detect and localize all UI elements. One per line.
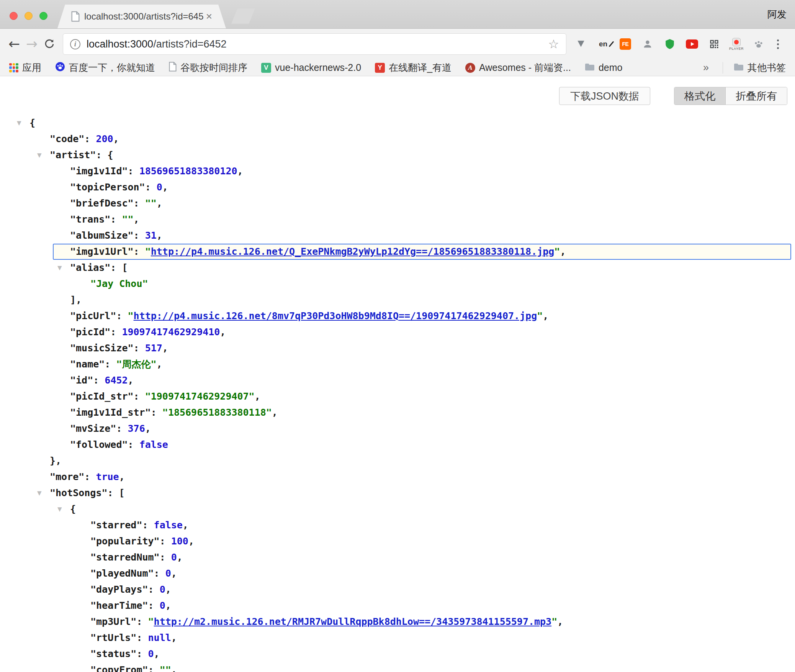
bookmark-google-sort[interactable]: 谷歌按时间排序 bbox=[169, 61, 247, 74]
json-punctuation: : bbox=[128, 166, 139, 177]
fehelper-extension-icon[interactable]: FE bbox=[618, 36, 632, 52]
bookmark-label: vue-hackernews-2.0 bbox=[275, 62, 361, 73]
collapse-toggle-icon[interactable]: ▼ bbox=[57, 501, 62, 517]
json-punctuation: , bbox=[560, 246, 566, 257]
folder-icon bbox=[734, 62, 744, 73]
json-line: "id": 6452, bbox=[0, 372, 795, 388]
browser-toolbar: ← → i localhost:3000/artists?id=6452 ☆ e… bbox=[0, 29, 795, 59]
bookmark-label: demo bbox=[599, 62, 623, 73]
url-text[interactable]: localhost:3000/artists?id=6452 bbox=[87, 38, 227, 50]
json-punctuation: : bbox=[134, 230, 145, 241]
browser-menu-icon[interactable] bbox=[774, 38, 782, 51]
bookmark-vue-hackernews[interactable]: V vue-hackernews-2.0 bbox=[261, 62, 361, 73]
json-key: "playedNum" bbox=[90, 568, 154, 579]
collapse-toggle-icon[interactable]: ▼ bbox=[17, 115, 21, 131]
json-line: ▼"hotSongs": [ bbox=[0, 485, 795, 501]
json-number: 517 bbox=[145, 343, 162, 354]
json-punctuation: : bbox=[148, 600, 160, 611]
json-punctuation: : bbox=[154, 568, 165, 579]
reload-button[interactable] bbox=[41, 38, 58, 50]
json-punctuation: , bbox=[272, 407, 278, 418]
url-host: localhost:3000 bbox=[87, 38, 153, 50]
json-number: 0 bbox=[148, 648, 154, 659]
download-json-button[interactable]: 下载JSON数据 bbox=[559, 87, 650, 105]
json-punctuation: , bbox=[543, 310, 548, 321]
json-number: 0 bbox=[171, 552, 177, 563]
bookmark-label: 百度一下，你就知道 bbox=[69, 61, 155, 74]
close-window-button[interactable] bbox=[10, 12, 18, 20]
new-tab-button[interactable] bbox=[231, 8, 255, 24]
bookmark-youdao-translate[interactable]: Y 在线翻译_有道 bbox=[375, 61, 451, 74]
json-key: "id" bbox=[70, 375, 93, 386]
extension-icons: en FE PLAYER bbox=[574, 36, 766, 52]
json-number: 200 bbox=[96, 133, 113, 144]
json-key: "trans" bbox=[70, 214, 110, 225]
apps-grid-icon bbox=[9, 63, 18, 72]
paw-extension-icon[interactable] bbox=[752, 36, 766, 52]
json-punctuation: : bbox=[84, 133, 96, 144]
json-line: "name": "周杰伦", bbox=[0, 356, 795, 372]
collapse-toggle-icon[interactable]: ▼ bbox=[37, 147, 42, 163]
json-punctuation: , bbox=[162, 343, 168, 354]
json-url-link[interactable]: http://p4.music.126.net/8mv7qP30Pd3oHW8b… bbox=[134, 310, 537, 321]
collapse-toggle-icon[interactable]: ▼ bbox=[37, 485, 42, 501]
pennant-flag-icon[interactable] bbox=[574, 36, 588, 52]
json-punctuation: , bbox=[113, 133, 119, 144]
other-bookmarks-folder[interactable]: 其他书签 bbox=[723, 62, 786, 74]
bookmark-awesomes[interactable]: A Awesomes - 前端资... bbox=[465, 61, 571, 74]
json-punctuation: , bbox=[157, 230, 162, 241]
address-bar[interactable]: i localhost:3000/artists?id=6452 ☆ bbox=[63, 33, 566, 55]
json-punctuation: , bbox=[154, 648, 160, 659]
tab-close-icon[interactable]: × bbox=[206, 11, 212, 22]
json-key: "popularity" bbox=[90, 536, 160, 547]
json-line: "briefDesc": "", bbox=[0, 195, 795, 211]
json-punctuation: , bbox=[165, 584, 171, 595]
json-line: "code": 200, bbox=[0, 131, 795, 147]
person-extension-icon[interactable] bbox=[641, 36, 654, 52]
folder-icon bbox=[585, 62, 595, 73]
forward-button[interactable]: → bbox=[23, 37, 41, 51]
json-number: 376 bbox=[128, 423, 145, 434]
bookmark-apps[interactable]: 应用 bbox=[9, 61, 41, 74]
bookmark-demo-folder[interactable]: demo bbox=[585, 62, 623, 73]
fullscreen-window-button[interactable] bbox=[39, 12, 47, 20]
json-line: "dayPlays": 0, bbox=[0, 582, 795, 598]
format-button[interactable]: 格式化 bbox=[674, 87, 725, 105]
json-key: "dayPlays" bbox=[90, 584, 148, 595]
json-punctuation: , bbox=[165, 600, 171, 611]
json-key: "status" bbox=[90, 648, 136, 659]
json-punctuation: }, bbox=[50, 455, 61, 466]
json-url-link[interactable]: http://p4.music.126.net/Q_ExePNkmgB2yWyL… bbox=[151, 246, 555, 257]
json-url-link[interactable]: http://m2.music.126.net/RMJR7wDullRqppBk… bbox=[154, 616, 552, 627]
json-punctuation: : bbox=[160, 536, 171, 547]
json-key: "copyFrom" bbox=[90, 664, 148, 672]
page-info-icon[interactable]: i bbox=[70, 39, 80, 49]
youtube-extension-icon[interactable] bbox=[685, 36, 699, 52]
collapse-all-button[interactable]: 折叠所有 bbox=[725, 87, 787, 105]
minimize-window-button[interactable] bbox=[25, 12, 33, 20]
json-punctuation: , bbox=[183, 520, 188, 531]
awesomes-icon: A bbox=[465, 63, 475, 73]
player-extension-icon[interactable]: PLAYER bbox=[730, 36, 743, 52]
shield-extension-icon[interactable] bbox=[663, 36, 677, 52]
active-tab[interactable]: localhost:3000/artists?id=645 × bbox=[57, 5, 226, 28]
json-punctuation: , bbox=[145, 423, 151, 434]
json-punctuation: : bbox=[134, 343, 145, 354]
bookmarks-overflow-chevron[interactable]: » bbox=[703, 62, 709, 74]
json-number: 100 bbox=[171, 536, 188, 547]
bookmark-baidu[interactable]: 百度一下，你就知道 bbox=[55, 61, 155, 74]
back-button[interactable]: ← bbox=[5, 37, 23, 51]
json-punctuation: : bbox=[134, 246, 145, 257]
json-key: "more" bbox=[50, 471, 84, 482]
bookmark-star-icon[interactable]: ☆ bbox=[548, 38, 559, 50]
profile-name[interactable]: 阿发 bbox=[767, 8, 787, 21]
collapse-toggle-icon[interactable]: ▼ bbox=[57, 260, 62, 276]
json-line: }, bbox=[0, 453, 795, 469]
json-line: "mvSize": 376, bbox=[0, 421, 795, 437]
qr-code-extension-icon[interactable] bbox=[707, 36, 721, 52]
json-punctuation: ], bbox=[70, 294, 82, 305]
translate-extension-icon[interactable]: en bbox=[596, 36, 610, 52]
json-punctuation: : bbox=[136, 632, 148, 643]
json-key: "picId" bbox=[70, 326, 110, 338]
json-punctuation: : bbox=[151, 407, 162, 418]
